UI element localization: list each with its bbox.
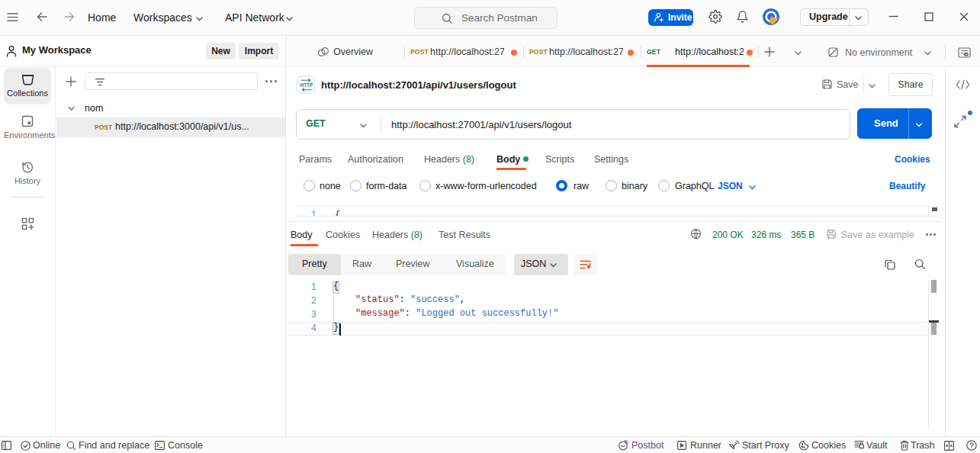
svg-text:HTTP: HTTP <box>300 82 313 88</box>
